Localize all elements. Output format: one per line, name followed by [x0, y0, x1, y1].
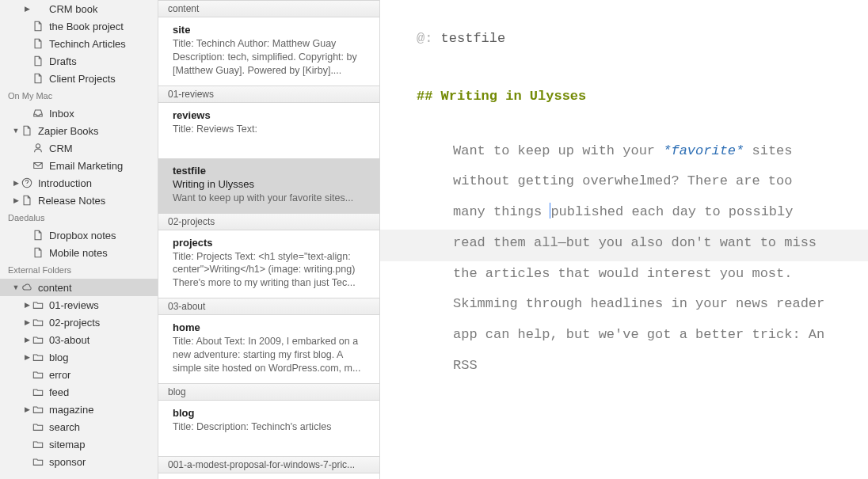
file-list-item[interactable]: testfileWriting in UlyssesWant to keep u…	[158, 158, 379, 213]
sidebar-item-label: Client Projects	[49, 73, 116, 85]
sidebar-item-label: sitemap	[49, 439, 86, 450]
sidebar-item[interactable]: ▶Introduction	[0, 174, 158, 192]
sidebar-item[interactable]: Inbox	[0, 105, 158, 122]
keyword-value: testfile	[441, 31, 506, 46]
sidebar-item-label: Inbox	[49, 108, 74, 120]
sidebar-section-header: On My Mac	[0, 87, 158, 105]
sidebar-item-icon	[32, 72, 44, 85]
sidebar-item-label: 02-projects	[49, 317, 100, 329]
sidebar-item-label: Drafts	[49, 55, 77, 67]
sidebar-item-icon	[32, 55, 44, 67]
sidebar-item-icon	[32, 368, 44, 381]
sidebar-item-label: Email Marketing	[49, 160, 123, 172]
sidebar-item[interactable]: error	[0, 366, 158, 383]
sidebar-item[interactable]: CRM	[0, 139, 158, 157]
file-list-item[interactable]: siteTitle: Techinch Author: Matthew Guay…	[158, 17, 379, 86]
file-subtitle: Writing in Ulysses	[173, 178, 368, 190]
sidebar-item-label: Zapier Books	[38, 125, 99, 137]
sidebar-item-label: CRM book	[49, 3, 97, 15]
disclosure-right-icon[interactable]: ▶	[19, 301, 35, 309]
file-group-header: 001-a-modest-proposal-for-windows-7-pric…	[158, 456, 379, 473]
doc-icon	[32, 230, 44, 241]
sidebar-item-label: CRM	[49, 143, 73, 154]
folder-icon	[32, 439, 44, 450]
sidebar-item-label: Dropbox notes	[49, 230, 116, 241]
keyword-line: @: testfile	[417, 24, 828, 55]
disclosure-right-icon[interactable]: ▶	[19, 405, 35, 413]
editor[interactable]: @: testfile ## Writing in Ulysses Want t…	[380, 0, 868, 479]
sidebar-item-icon	[32, 386, 44, 398]
sidebar-item[interactable]: sitemap	[0, 435, 158, 453]
file-list-item[interactable]: blogTitle: Description: Techinch's artic…	[158, 401, 379, 456]
sidebar-item[interactable]: ▶blog	[0, 348, 158, 366]
sidebar-item-label: error	[49, 369, 70, 381]
file-title: projects	[173, 237, 368, 249]
sidebar-item-icon	[32, 229, 44, 241]
editor-body[interactable]: Want to keep up with your *favorite* sit…	[417, 136, 828, 382]
folder-icon	[32, 456, 44, 467]
heading-line: ## Writing in Ulysses	[417, 82, 828, 112]
heading-text: Writing in Ulysses	[441, 89, 587, 104]
folder-icon	[32, 421, 44, 432]
sidebar-item-icon	[32, 246, 44, 259]
sidebar-item[interactable]: ▶03-about	[0, 331, 158, 348]
sidebar-item-icon	[32, 20, 44, 32]
disclosure-down-icon[interactable]: ▼	[8, 127, 24, 135]
file-list-item[interactable]: projectsTitle: Projects Text: <h1 style=…	[158, 230, 379, 298]
file-title: testfile	[173, 165, 368, 177]
sidebar-item-label: Release Notes	[38, 195, 105, 207]
heading-marker: ##	[417, 89, 432, 104]
sidebar-item-icon	[32, 159, 44, 172]
sidebar-item[interactable]: ▶CRM book	[0, 0, 158, 17]
sidebar-item[interactable]: sponsor	[0, 453, 158, 470]
sidebar-item[interactable]: Dropbox notes	[0, 226, 158, 244]
sidebar-item-icon	[32, 420, 44, 433]
file-list-item[interactable]: articletitle: A Modest Proposal for Wind…	[158, 473, 379, 479]
file-title: home	[173, 321, 368, 333]
sidebar-item[interactable]: Client Projects	[0, 70, 158, 87]
sidebar-item-label: search	[49, 421, 80, 433]
sidebar-item[interactable]: ▶magazine	[0, 401, 158, 418]
file-list: contentsiteTitle: Techinch Author: Matth…	[158, 0, 380, 479]
sidebar-item[interactable]: Mobile notes	[0, 244, 158, 261]
disclosure-right-icon[interactable]: ▶	[8, 196, 24, 204]
sidebar-item[interactable]: ▼Zapier Books	[0, 122, 158, 139]
file-group-header: blog	[158, 383, 379, 401]
file-title: site	[173, 24, 368, 36]
sidebar-section-header: External Folders	[0, 261, 158, 279]
keyword-prefix: @:	[417, 31, 432, 46]
file-list-item[interactable]: homeTitle: About Text: In 2009, I embark…	[158, 315, 379, 383]
sidebar-item-label: feed	[49, 386, 69, 398]
disclosure-right-icon[interactable]: ▶	[19, 318, 35, 326]
disclosure-down-icon[interactable]: ▼	[8, 283, 24, 291]
sidebar-item[interactable]: Email Marketing	[0, 157, 158, 174]
disclosure-right-icon[interactable]: ▶	[19, 353, 35, 361]
disclosure-right-icon[interactable]: ▶	[8, 179, 24, 187]
file-list-item[interactable]: reviewsTitle: Reviews Text:	[158, 103, 379, 158]
file-group-header: 02-projects	[158, 213, 379, 230]
sidebar-item-label: blog	[49, 352, 69, 363]
sidebar-item-label: 03-about	[49, 334, 89, 346]
sidebar-item[interactable]: Techinch Articles	[0, 35, 158, 52]
sidebar-item-label: sponsor	[49, 456, 86, 468]
doc-icon	[32, 38, 44, 49]
sidebar-item[interactable]: Drafts	[0, 52, 158, 70]
disclosure-right-icon[interactable]: ▶	[19, 336, 35, 344]
disclosure-right-icon[interactable]: ▶	[19, 5, 35, 13]
sidebar-item-icon	[32, 438, 44, 450]
sidebar-item[interactable]: ▶Release Notes	[0, 192, 158, 209]
body-emphasis: *favorite*	[663, 143, 744, 158]
doc-icon	[32, 73, 44, 84]
body-after: published each day to possibly read them…	[453, 204, 824, 373]
sidebar-item[interactable]: ▶02-projects	[0, 314, 158, 331]
sidebar-item[interactable]: the Book project	[0, 17, 158, 35]
mail-icon	[32, 160, 44, 171]
sidebar-item[interactable]: ▶01-reviews	[0, 296, 158, 314]
person-icon	[32, 143, 44, 154]
file-title: blog	[173, 407, 368, 419]
sidebar-item[interactable]: ▼content	[0, 279, 158, 296]
sidebar-item-label: the Book project	[49, 21, 124, 32]
sidebar-item-label: content	[38, 282, 72, 294]
sidebar-item[interactable]: feed	[0, 383, 158, 401]
sidebar-item[interactable]: search	[0, 418, 158, 435]
